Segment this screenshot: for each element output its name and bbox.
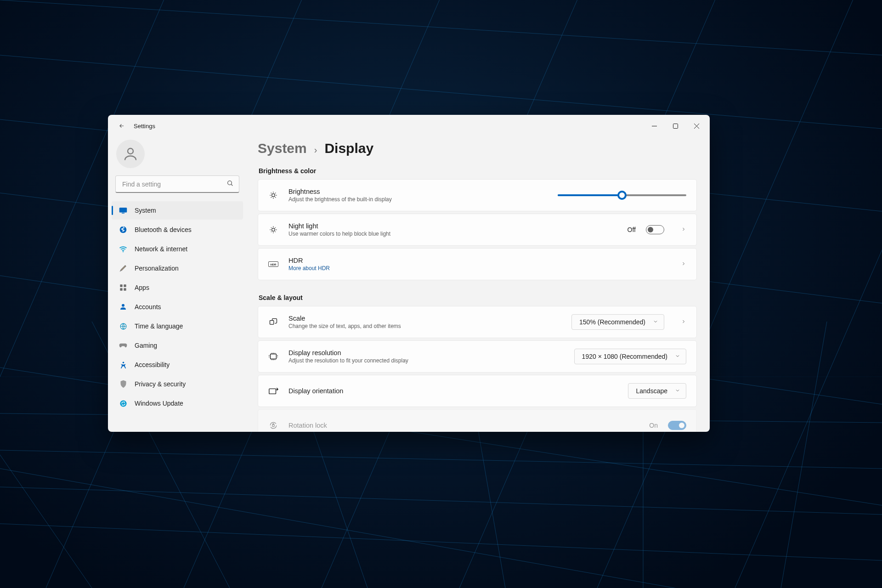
user-avatar[interactable]: [116, 140, 145, 168]
orientation-icon: [268, 386, 278, 396]
sidebar-item-accessibility[interactable]: Accessibility: [112, 356, 243, 374]
resolution-row: Display resolution Adjust the resolution…: [258, 340, 697, 373]
nav-list: SystemBluetooth & devicesNetwork & inter…: [112, 201, 243, 413]
brightness-slider[interactable]: [402, 194, 686, 196]
brightness-row: Brightness Adjust the brightness of the …: [258, 179, 697, 211]
sidebar-item-network-internet[interactable]: Network & internet: [112, 240, 243, 258]
rotation-lock-row: Rotation lock On: [258, 409, 697, 432]
brightness-sub: Adjust the brightness of the built-in di…: [288, 196, 392, 203]
bluetooth-icon: [119, 226, 127, 234]
search-input[interactable]: [115, 175, 239, 193]
minimize-button[interactable]: [644, 119, 665, 133]
orientation-dropdown[interactable]: Landscape: [628, 383, 686, 399]
scale-dropdown[interactable]: 150% (Recommended): [571, 314, 664, 330]
scale-sub: Change the size of text, apps, and other…: [288, 323, 401, 329]
breadcrumb-parent[interactable]: System: [258, 141, 307, 156]
content-area: System › Display Brightness & color Brig…: [247, 137, 710, 432]
sidebar-item-bluetooth-devices[interactable]: Bluetooth & devices: [112, 220, 243, 239]
settings-window: Settings SystemBluetooth & devicesNetwor…: [108, 115, 710, 432]
sidebar-item-accounts[interactable]: Accounts: [112, 298, 243, 316]
svg-rect-46: [271, 354, 277, 359]
svg-point-28: [228, 181, 232, 185]
update-icon: [119, 399, 127, 407]
svg-line-18: [0, 524, 882, 560]
apps-icon: [119, 283, 127, 292]
window-title: Settings: [134, 123, 155, 130]
rotation-lock-title: Rotation lock: [288, 422, 327, 429]
night-light-toggle[interactable]: [646, 225, 664, 234]
back-button[interactable]: [116, 120, 127, 131]
sidebar: SystemBluetooth & devicesNetwork & inter…: [108, 137, 247, 432]
sidebar-item-apps[interactable]: Apps: [112, 278, 243, 297]
sidebar-item-windows-update[interactable]: Windows Update: [112, 394, 243, 413]
sidebar-item-system[interactable]: System: [112, 201, 243, 220]
brush-icon: [119, 264, 127, 272]
orientation-row: Display orientation Landscape: [258, 375, 697, 407]
sidebar-item-personalization[interactable]: Personalization: [112, 259, 243, 277]
chevron-right-icon: [681, 260, 686, 268]
search-box[interactable]: [115, 175, 239, 193]
close-button[interactable]: [686, 119, 707, 133]
hdr-row[interactable]: HDR HDR More about HDR: [258, 248, 697, 280]
desktop-wallpaper: Settings SystemBluetooth & devicesNetwor…: [0, 0, 882, 588]
scale-value: 150% (Recommended): [579, 318, 645, 326]
breadcrumb-current: Display: [324, 141, 373, 156]
svg-rect-26: [673, 124, 678, 128]
svg-line-19: [0, 322, 92, 588]
resolution-dropdown[interactable]: 1920 × 1080 (Recommended): [574, 349, 686, 364]
svg-point-27: [128, 148, 133, 154]
rotation-lock-toggle[interactable]: [668, 421, 686, 430]
chevron-right-icon: [681, 226, 686, 234]
globe-icon: [119, 322, 127, 330]
svg-rect-35: [120, 288, 122, 290]
night-light-title: Night light: [288, 222, 390, 230]
accessibility-icon: [119, 361, 127, 369]
rotation-lock-state: On: [649, 422, 658, 429]
sidebar-item-label: Personalization: [135, 265, 179, 272]
sidebar-item-label: Network & internet: [135, 245, 187, 253]
wifi-icon: [119, 245, 127, 253]
chevron-down-icon: [675, 353, 680, 360]
breadcrumb: System › Display: [258, 141, 710, 156]
svg-line-6: [0, 469, 882, 588]
scale-row[interactable]: Scale Change the size of text, apps, and…: [258, 306, 697, 338]
sidebar-item-label: Bluetooth & devices: [135, 226, 192, 233]
display-icon: [119, 206, 127, 215]
svg-rect-29: [119, 208, 127, 213]
scale-icon: [268, 317, 278, 327]
svg-rect-36: [124, 288, 126, 290]
night-light-row[interactable]: Night light Use warmer colors to help bl…: [258, 214, 697, 246]
titlebar[interactable]: Settings: [108, 115, 710, 137]
svg-rect-48: [272, 424, 274, 426]
sidebar-item-label: Accessibility: [135, 361, 170, 368]
svg-line-24: [781, 322, 827, 588]
orientation-value: Landscape: [636, 387, 667, 395]
hdr-icon: HDR: [268, 259, 278, 269]
chevron-right-icon: ›: [314, 145, 317, 155]
search-icon: [226, 180, 234, 189]
maximize-button[interactable]: [665, 119, 686, 133]
sidebar-item-time-language[interactable]: Time & language: [112, 317, 243, 335]
sun-icon: [268, 190, 278, 200]
resolution-sub: Adjust the resolution to fit your connec…: [288, 357, 408, 364]
svg-rect-47: [269, 389, 276, 394]
svg-rect-30: [122, 213, 124, 214]
svg-text:HDR: HDR: [271, 263, 277, 266]
sidebar-item-label: Gaming: [135, 342, 157, 349]
section-scale-heading: Scale & layout: [259, 294, 697, 301]
sidebar-item-label: Time & language: [135, 322, 183, 330]
night-light-icon: [268, 225, 278, 235]
person-icon: [119, 303, 127, 311]
svg-line-16: [0, 450, 882, 469]
svg-point-37: [122, 304, 124, 307]
settings-scroll[interactable]: Brightness & color Brightness Adjust the…: [258, 164, 710, 432]
sidebar-item-label: Privacy & security: [135, 380, 186, 388]
hdr-link[interactable]: More about HDR: [288, 265, 330, 271]
sidebar-item-gaming[interactable]: Gaming: [112, 336, 243, 355]
rotation-lock-icon: [268, 420, 278, 430]
night-light-sub: Use warmer colors to help block blue lig…: [288, 231, 390, 237]
chevron-down-icon: [653, 318, 658, 326]
svg-line-17: [0, 487, 882, 514]
svg-point-39: [122, 362, 124, 363]
sidebar-item-privacy-security[interactable]: Privacy & security: [112, 375, 243, 393]
